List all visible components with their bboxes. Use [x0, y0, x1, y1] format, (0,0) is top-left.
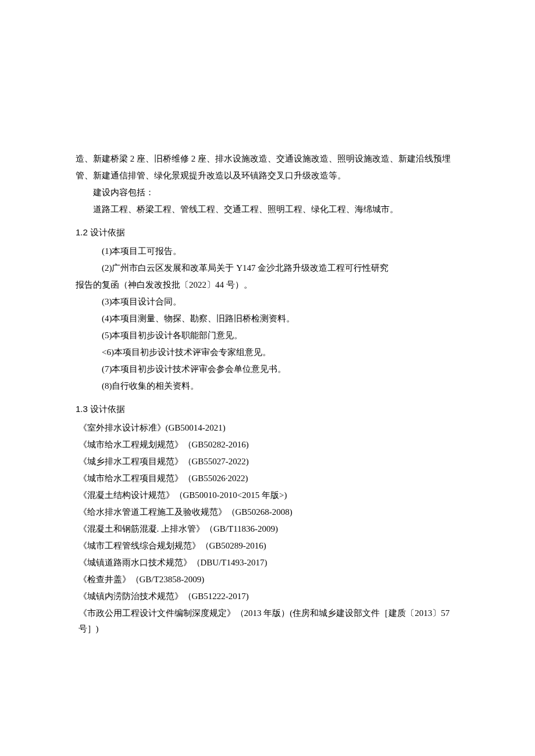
design-basis-item-7: (7)本项目初步设计技术评审会参会单位意见书。	[76, 361, 459, 377]
standard-item: 《城市给水工程项目规范》（GB55026·2022)	[76, 471, 459, 486]
standard-item: 《城市工程管线综合规划规范》（GB50289-2016)	[76, 538, 459, 554]
standard-item: 《城市给水工程规划规范》（GB50282-2016)	[76, 437, 459, 453]
section-1-3-heading: 1.3 设计依据	[76, 401, 459, 417]
standard-item: 《城乡排水工程项目规范》（GB55027-2022)	[76, 454, 459, 470]
intro-paragraph-line3: 建设内容包括：	[76, 185, 459, 200]
design-basis-item-6: <6)本项目初步设计技术评审会专家组意见。	[76, 345, 459, 360]
design-basis-item-3: (3)本项目设计合同。	[76, 294, 459, 310]
section-1-2-heading: 1.2 设计依据	[76, 224, 459, 240]
standard-item: 《混凝土和钢筋混凝. 上排水管》（GB/T11836-2009)	[76, 521, 459, 537]
intro-paragraph-line2: 管、新建通信排管、绿化景观提升改造以及环镇路交叉口升级改造等。	[76, 168, 459, 184]
standard-item: 《给水排水管道工程施工及验收规范》（GB50268-2008)	[76, 504, 459, 520]
design-basis-item-1: (1)本项目工可报告。	[76, 243, 459, 259]
intro-paragraph-line4: 道路工程、桥梁工程、管线工程、交通工程、照明工程、绿化工程、海绵城市。	[76, 202, 459, 217]
standard-item: 《混凝土结构设计规范》（GB50010-2010<2015 年版>)	[76, 488, 459, 503]
intro-paragraph-line1: 造、新建桥梁 2 座、旧桥维修 2 座、排水设施改造、交通设施改造、照明设施改造…	[76, 151, 459, 167]
design-basis-item-2b: 报告的复函（神白发改投批〔2022〕44 号）。	[76, 277, 459, 293]
design-basis-item-2a: (2)广州市白云区发展和改革局关于 Y147 金沙北路升级改造工程可行性研究	[76, 260, 459, 276]
standard-item: 《市政公用工程设计文件编制深度规定》（2013 年版）(住房和城乡建设部文件［建…	[76, 605, 459, 637]
design-basis-item-4: (4)本项目测量、物探、勘察、旧路旧桥检测资料。	[76, 311, 459, 327]
standard-item: 《检查井盖》（GB/T23858-2009)	[76, 572, 459, 587]
standard-item: 《室外排水设计标准》(GB50014-2021)	[76, 420, 459, 436]
standard-item: 《城镇内涝防治技术规范》（GB51222-2017)	[76, 589, 459, 604]
design-basis-item-5: (5)本项目初步设计各职能部门意见。	[76, 328, 459, 343]
design-basis-item-8: (8)自行收集的相关资料。	[76, 378, 459, 394]
standard-item: 《城镇道路雨水口技术规范》（DBU/T1493-2017)	[76, 555, 459, 571]
